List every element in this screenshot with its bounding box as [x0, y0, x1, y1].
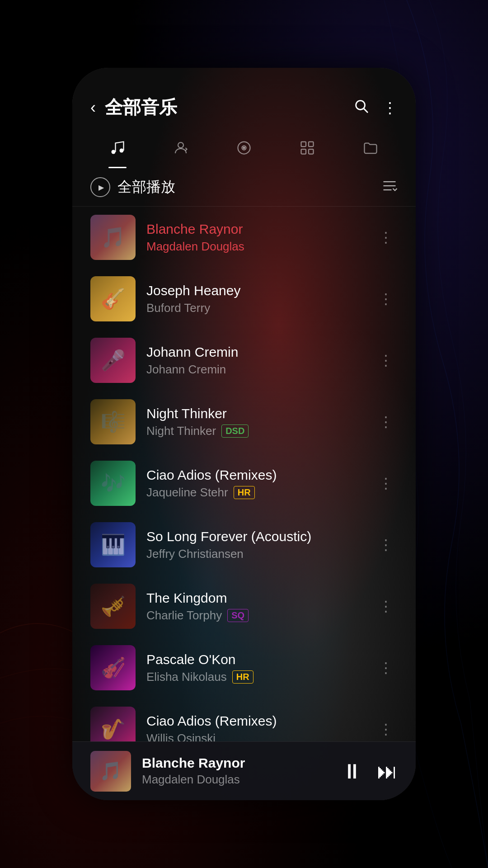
track-info: Pascale O'Kon Elisha Nikolaus HR — [146, 652, 363, 684]
track-more-button[interactable]: ⋮ — [374, 286, 398, 312]
track-sub: Johann Cremin — [146, 363, 363, 377]
track-thumbnail: 🎷 — [90, 707, 136, 741]
folder-tab-icon — [362, 140, 379, 160]
svg-rect-11 — [309, 149, 314, 154]
phone-frame: ‹ 全部音乐 ⋮ — [72, 68, 416, 800]
track-item[interactable]: 🎵 Blanche Raynor Magdalen Douglas ⋮ — [72, 207, 416, 268]
svg-rect-8 — [301, 142, 306, 147]
track-more-button[interactable]: ⋮ — [374, 347, 398, 373]
track-thumbnail: 🎻 — [90, 645, 136, 690]
back-button[interactable]: ‹ — [90, 98, 96, 117]
track-title: Blanche Raynor — [146, 222, 363, 237]
track-thumbnail: 🎺 — [90, 584, 136, 629]
track-thumbnail: 🎸 — [90, 276, 136, 321]
svg-point-2 — [112, 150, 116, 154]
track-title: Pascale O'Kon — [146, 652, 363, 667]
svg-point-4 — [178, 142, 183, 148]
track-info: Blanche Raynor Magdalen Douglas — [146, 222, 363, 254]
track-title: Ciao Adios (Remixes) — [146, 713, 363, 729]
track-artist: Jaqueline Stehr — [146, 486, 228, 500]
track-more-button[interactable]: ⋮ — [374, 409, 398, 435]
svg-point-3 — [120, 149, 124, 153]
track-artist: Night Thinker — [146, 424, 216, 438]
tab-folder[interactable] — [339, 133, 402, 168]
pause-button[interactable]: ⏸ — [342, 759, 362, 783]
track-thumbnail: 🎤 — [90, 338, 136, 383]
now-playing-title: Blanche Raynor — [142, 755, 331, 771]
track-sub: Jaqueline Stehr HR — [146, 486, 363, 500]
track-item[interactable]: 🎷 Ciao Adios (Remixes) Willis Osinski ⋮ — [72, 698, 416, 741]
quality-badge: DSD — [221, 425, 249, 438]
track-title: Johann Cremin — [146, 344, 363, 360]
play-all-row: 全部播放 — [72, 168, 416, 207]
track-title: Night Thinker — [146, 406, 363, 421]
tab-music[interactable] — [86, 133, 149, 168]
track-info: Johann Cremin Johann Cremin — [146, 344, 363, 377]
tab-album[interactable] — [212, 133, 276, 168]
track-more-button[interactable]: ⋮ — [374, 532, 398, 558]
track-artist: Johann Cremin — [146, 363, 226, 377]
now-playing-artist: Magdalen Douglas — [142, 773, 331, 787]
track-info: So Long Forever (Acoustic) Jeffry Christ… — [146, 529, 363, 561]
tab-artist[interactable] — [149, 133, 212, 168]
track-thumbnail: 🎶 — [90, 461, 136, 506]
play-all-button[interactable] — [90, 177, 110, 197]
grid-tab-icon — [299, 140, 315, 160]
now-playing-bar[interactable]: 🎵 Blanche Raynor Magdalen Douglas ⏸ ⏭ — [72, 741, 416, 800]
track-item[interactable]: 🎸 Joseph Heaney Buford Terry ⋮ — [72, 268, 416, 330]
music-tab-icon — [109, 140, 126, 160]
track-sub: Elisha Nikolaus HR — [146, 670, 363, 684]
now-playing-info: Blanche Raynor Magdalen Douglas — [142, 755, 331, 787]
track-info: Joseph Heaney Buford Terry — [146, 283, 363, 315]
more-menu-icon[interactable]: ⋮ — [382, 99, 398, 117]
album-tab-icon — [236, 140, 252, 160]
next-button[interactable]: ⏭ — [377, 759, 398, 783]
track-info: Ciao Adios (Remixes) Jaqueline Stehr HR — [146, 467, 363, 500]
track-more-button[interactable]: ⋮ — [374, 593, 398, 619]
play-all-label: 全部播放 — [117, 177, 374, 197]
svg-line-1 — [364, 108, 367, 112]
track-artist: Charlie Torphy — [146, 609, 222, 623]
svg-rect-9 — [309, 142, 314, 147]
track-title: Joseph Heaney — [146, 283, 363, 298]
track-thumbnail: 🎼 — [90, 399, 136, 444]
track-thumbnail: 🎵 — [90, 215, 136, 260]
track-info: The Kingdom Charlie Torphy SQ — [146, 590, 363, 623]
track-sub: Magdalen Douglas — [146, 240, 363, 254]
svg-rect-10 — [301, 149, 306, 154]
header: ‹ 全部音乐 ⋮ — [72, 68, 416, 129]
track-item[interactable]: 🎺 The Kingdom Charlie Torphy SQ ⋮ — [72, 576, 416, 637]
track-list: 🎵 Blanche Raynor Magdalen Douglas ⋮ 🎸 Jo… — [72, 207, 416, 741]
track-item[interactable]: 🎻 Pascale O'Kon Elisha Nikolaus HR ⋮ — [72, 637, 416, 698]
track-sub: Buford Terry — [146, 301, 363, 315]
track-more-button[interactable]: ⋮ — [374, 655, 398, 681]
track-sub: Jeffry Christiansen — [146, 547, 363, 561]
track-more-button[interactable]: ⋮ — [374, 470, 398, 496]
track-item[interactable]: 🎹 So Long Forever (Acoustic) Jeffry Chri… — [72, 514, 416, 576]
track-title: The Kingdom — [146, 590, 363, 606]
sort-icon[interactable] — [381, 178, 398, 197]
track-sub: Willis Osinski — [146, 731, 363, 742]
tab-grid[interactable] — [276, 133, 339, 168]
track-title: So Long Forever (Acoustic) — [146, 529, 363, 544]
search-icon[interactable] — [353, 98, 369, 117]
artist-tab-icon — [173, 140, 189, 160]
track-more-button[interactable]: ⋮ — [374, 716, 398, 741]
track-artist: Willis Osinski — [146, 731, 216, 742]
track-title: Ciao Adios (Remixes) — [146, 467, 363, 483]
track-item[interactable]: 🎼 Night Thinker Night Thinker DSD ⋮ — [72, 391, 416, 453]
quality-badge: HR — [234, 486, 255, 499]
track-info: Ciao Adios (Remixes) Willis Osinski — [146, 713, 363, 742]
nav-tabs — [72, 129, 416, 168]
track-artist: Elisha Nikolaus — [146, 670, 227, 684]
track-artist: Jeffry Christiansen — [146, 547, 244, 561]
track-more-button[interactable]: ⋮ — [374, 224, 398, 250]
track-info: Night Thinker Night Thinker DSD — [146, 406, 363, 438]
now-playing-thumbnail: 🎵 — [90, 751, 131, 792]
track-item[interactable]: 🎶 Ciao Adios (Remixes) Jaqueline Stehr H… — [72, 453, 416, 514]
quality-badge: HR — [232, 670, 253, 684]
svg-point-7 — [244, 147, 245, 149]
track-sub: Charlie Torphy SQ — [146, 609, 363, 623]
track-item[interactable]: 🎤 Johann Cremin Johann Cremin ⋮ — [72, 330, 416, 391]
header-actions: ⋮ — [353, 98, 398, 117]
